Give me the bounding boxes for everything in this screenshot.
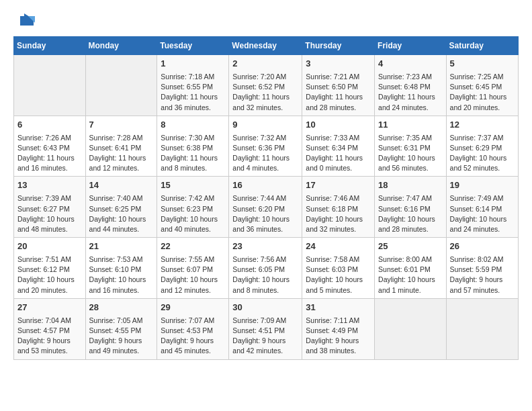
day-info: Sunrise: 7:32 AM Sunset: 6:36 PM Dayligh…	[232, 133, 298, 174]
weekday-header-saturday: Saturday	[446, 37, 518, 55]
day-number: 16	[232, 179, 298, 192]
calendar-cell	[14, 55, 86, 116]
day-number: 29	[161, 302, 225, 314]
day-info: Sunrise: 7:37 AM Sunset: 6:29 PM Dayligh…	[450, 133, 515, 174]
day-number: 24	[306, 240, 371, 253]
calendar-cell: 14Sunrise: 7:40 AM Sunset: 6:25 PM Dayli…	[85, 177, 157, 238]
day-info: Sunrise: 7:46 AM Sunset: 6:18 PM Dayligh…	[306, 193, 371, 234]
day-info: Sunrise: 7:25 AM Sunset: 6:45 PM Dayligh…	[450, 72, 515, 113]
day-number: 10	[306, 119, 371, 132]
day-info: Sunrise: 7:44 AM Sunset: 6:20 PM Dayligh…	[232, 193, 298, 234]
day-number: 1	[161, 58, 225, 71]
day-number: 17	[306, 179, 371, 192]
day-info: Sunrise: 8:00 AM Sunset: 6:01 PM Dayligh…	[378, 255, 443, 295]
calendar-cell: 5Sunrise: 7:25 AM Sunset: 6:45 PM Daylig…	[446, 55, 518, 116]
calendar-cell: 26Sunrise: 8:02 AM Sunset: 5:59 PM Dayli…	[446, 238, 518, 299]
day-info: Sunrise: 7:56 AM Sunset: 6:05 PM Dayligh…	[232, 255, 298, 295]
day-number: 11	[378, 119, 443, 132]
day-number: 2	[232, 58, 298, 71]
calendar-cell: 21Sunrise: 7:53 AM Sunset: 6:10 PM Dayli…	[85, 238, 157, 299]
day-number: 3	[306, 58, 371, 71]
calendar-cell: 13Sunrise: 7:39 AM Sunset: 6:27 PM Dayli…	[14, 177, 86, 238]
day-number: 28	[89, 302, 154, 314]
calendar-cell: 9Sunrise: 7:32 AM Sunset: 6:36 PM Daylig…	[229, 116, 302, 177]
day-info: Sunrise: 8:02 AM Sunset: 5:59 PM Dayligh…	[450, 255, 515, 295]
day-info: Sunrise: 7:35 AM Sunset: 6:31 PM Dayligh…	[378, 133, 443, 174]
day-number: 20	[17, 240, 82, 253]
day-number: 23	[232, 240, 298, 253]
day-number: 5	[450, 58, 515, 71]
page-header	[13, 13, 519, 26]
calendar-cell: 31Sunrise: 7:11 AM Sunset: 4:49 PM Dayli…	[302, 298, 375, 359]
calendar-cell: 22Sunrise: 7:55 AM Sunset: 6:07 PM Dayli…	[157, 238, 229, 299]
calendar-cell: 7Sunrise: 7:28 AM Sunset: 6:41 PM Daylig…	[85, 116, 157, 177]
calendar-cell: 25Sunrise: 8:00 AM Sunset: 6:01 PM Dayli…	[375, 238, 447, 299]
calendar-cell	[85, 55, 157, 116]
day-number: 7	[89, 119, 154, 132]
day-info: Sunrise: 7:18 AM Sunset: 6:55 PM Dayligh…	[161, 72, 225, 113]
calendar-cell: 3Sunrise: 7:21 AM Sunset: 6:50 PM Daylig…	[302, 55, 375, 116]
calendar-week-3: 13Sunrise: 7:39 AM Sunset: 6:27 PM Dayli…	[14, 177, 519, 238]
calendar-cell: 23Sunrise: 7:56 AM Sunset: 6:05 PM Dayli…	[229, 238, 302, 299]
calendar-cell: 18Sunrise: 7:47 AM Sunset: 6:16 PM Dayli…	[375, 177, 447, 238]
calendar-cell: 20Sunrise: 7:51 AM Sunset: 6:12 PM Dayli…	[14, 238, 86, 299]
calendar-cell	[375, 298, 447, 359]
weekday-header-thursday: Thursday	[302, 37, 375, 55]
calendar-week-2: 6Sunrise: 7:26 AM Sunset: 6:43 PM Daylig…	[14, 116, 519, 177]
day-info: Sunrise: 7:55 AM Sunset: 6:07 PM Dayligh…	[161, 255, 225, 295]
day-info: Sunrise: 7:58 AM Sunset: 6:03 PM Dayligh…	[306, 255, 371, 295]
day-info: Sunrise: 7:47 AM Sunset: 6:16 PM Dayligh…	[378, 193, 443, 234]
day-info: Sunrise: 7:20 AM Sunset: 6:52 PM Dayligh…	[232, 72, 298, 113]
calendar-cell: 11Sunrise: 7:35 AM Sunset: 6:31 PM Dayli…	[375, 116, 447, 177]
day-info: Sunrise: 7:51 AM Sunset: 6:12 PM Dayligh…	[17, 255, 82, 295]
day-info: Sunrise: 7:05 AM Sunset: 4:55 PM Dayligh…	[89, 316, 154, 357]
day-number: 15	[161, 179, 225, 192]
calendar-week-1: 1Sunrise: 7:18 AM Sunset: 6:55 PM Daylig…	[14, 55, 519, 116]
calendar-week-4: 20Sunrise: 7:51 AM Sunset: 6:12 PM Dayli…	[14, 238, 519, 299]
calendar-cell: 30Sunrise: 7:09 AM Sunset: 4:51 PM Dayli…	[229, 298, 302, 359]
weekday-header-sunday: Sunday	[14, 37, 86, 55]
calendar-cell: 2Sunrise: 7:20 AM Sunset: 6:52 PM Daylig…	[229, 55, 302, 116]
day-number: 25	[378, 240, 443, 253]
calendar-cell	[446, 298, 518, 359]
weekday-header-friday: Friday	[375, 37, 447, 55]
calendar-cell: 28Sunrise: 7:05 AM Sunset: 4:55 PM Dayli…	[85, 298, 157, 359]
day-info: Sunrise: 7:21 AM Sunset: 6:50 PM Dayligh…	[306, 72, 371, 113]
calendar-week-5: 27Sunrise: 7:04 AM Sunset: 4:57 PM Dayli…	[14, 298, 519, 359]
day-info: Sunrise: 7:30 AM Sunset: 6:38 PM Dayligh…	[161, 133, 225, 174]
day-info: Sunrise: 7:33 AM Sunset: 6:34 PM Dayligh…	[306, 133, 371, 174]
day-info: Sunrise: 7:53 AM Sunset: 6:10 PM Dayligh…	[89, 255, 154, 295]
day-number: 4	[378, 58, 443, 71]
calendar-cell: 4Sunrise: 7:23 AM Sunset: 6:48 PM Daylig…	[375, 55, 447, 116]
calendar-cell: 8Sunrise: 7:30 AM Sunset: 6:38 PM Daylig…	[157, 116, 229, 177]
day-info: Sunrise: 7:26 AM Sunset: 6:43 PM Dayligh…	[17, 133, 82, 174]
calendar-cell: 29Sunrise: 7:07 AM Sunset: 4:53 PM Dayli…	[157, 298, 229, 359]
day-info: Sunrise: 7:42 AM Sunset: 6:23 PM Dayligh…	[161, 193, 225, 234]
day-number: 8	[161, 119, 225, 132]
weekday-header-monday: Monday	[85, 37, 157, 55]
logo	[13, 13, 35, 26]
weekday-header-wednesday: Wednesday	[229, 37, 302, 55]
day-info: Sunrise: 7:49 AM Sunset: 6:14 PM Dayligh…	[450, 193, 515, 234]
calendar-cell: 10Sunrise: 7:33 AM Sunset: 6:34 PM Dayli…	[302, 116, 375, 177]
day-number: 12	[450, 119, 515, 132]
calendar-cell: 15Sunrise: 7:42 AM Sunset: 6:23 PM Dayli…	[157, 177, 229, 238]
day-info: Sunrise: 7:11 AM Sunset: 4:49 PM Dayligh…	[306, 316, 371, 357]
day-info: Sunrise: 7:28 AM Sunset: 6:41 PM Dayligh…	[89, 133, 154, 174]
day-info: Sunrise: 7:04 AM Sunset: 4:57 PM Dayligh…	[17, 316, 82, 357]
day-info: Sunrise: 7:07 AM Sunset: 4:53 PM Dayligh…	[161, 316, 225, 357]
calendar-cell: 12Sunrise: 7:37 AM Sunset: 6:29 PM Dayli…	[446, 116, 518, 177]
calendar-cell: 1Sunrise: 7:18 AM Sunset: 6:55 PM Daylig…	[157, 55, 229, 116]
day-number: 31	[306, 302, 371, 314]
calendar-cell: 16Sunrise: 7:44 AM Sunset: 6:20 PM Dayli…	[229, 177, 302, 238]
day-number: 14	[89, 179, 154, 192]
calendar-table: SundayMondayTuesdayWednesdayThursdayFrid…	[13, 36, 519, 360]
day-number: 9	[232, 119, 298, 132]
day-number: 30	[232, 302, 298, 314]
day-number: 26	[450, 240, 515, 253]
day-number: 21	[89, 240, 154, 253]
day-number: 18	[378, 179, 443, 192]
day-number: 22	[161, 240, 225, 253]
day-info: Sunrise: 7:39 AM Sunset: 6:27 PM Dayligh…	[17, 193, 82, 234]
day-number: 13	[17, 179, 82, 192]
